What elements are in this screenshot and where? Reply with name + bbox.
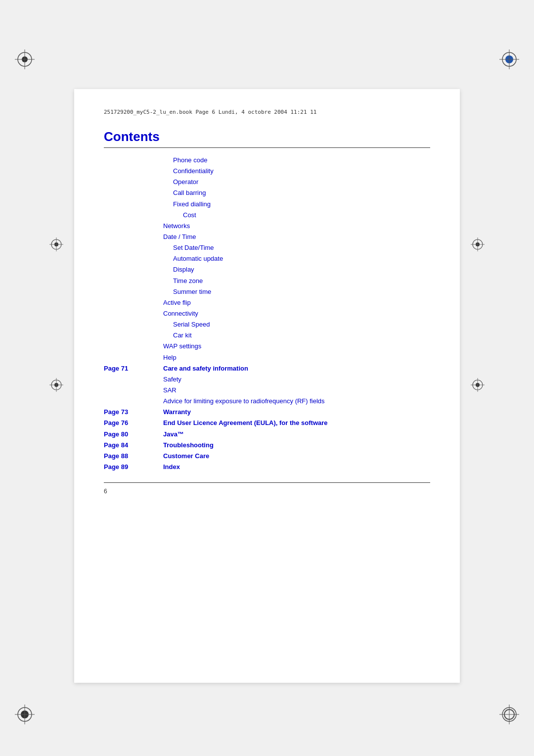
toc-page <box>104 264 163 275</box>
toc-row: Confidentiality <box>104 166 430 177</box>
toc-item: Fixed dialling <box>163 199 430 210</box>
toc-row: Help <box>104 352 430 363</box>
toc-item: Warranty <box>163 407 430 418</box>
toc-row: Advice for limiting exposure to radiofre… <box>104 396 430 407</box>
toc-item: Date / Time <box>163 232 430 242</box>
toc-row: Serial Speed <box>104 319 430 330</box>
toc-item-text: Care and safety information <box>163 364 430 374</box>
toc-item: Set Date/Time <box>163 242 430 253</box>
toc-item: End User Licence Agreement (EULA), for t… <box>163 418 430 428</box>
bottom-divider <box>104 482 430 483</box>
toc-page <box>104 210 163 221</box>
toc-item-text: End User Licence Agreement (EULA), for t… <box>163 418 430 428</box>
toc-row: Page 76End User Licence Agreement (EULA)… <box>104 418 430 428</box>
toc-row: Page 89Index <box>104 462 430 472</box>
toc-item-text: Fixed dialling <box>163 199 430 209</box>
toc-item-text: Active flip <box>163 298 430 308</box>
toc-item: Cost <box>163 210 430 221</box>
toc-row: Car kit <box>104 330 430 341</box>
toc-item-text: Operator <box>163 177 430 187</box>
toc-row: Page 88Customer Care <box>104 451 430 462</box>
toc-page <box>104 242 163 253</box>
toc-row: Call barring <box>104 188 430 198</box>
toc-page: Page 76 <box>104 418 163 428</box>
toc-row: Page 80Java™ <box>104 429 430 440</box>
toc-row: SAR <box>104 385 430 396</box>
toc-item: Confidentiality <box>163 166 430 177</box>
toc-item-text: Java™ <box>163 429 430 439</box>
toc-item: Automatic update <box>163 253 430 264</box>
toc-page <box>104 166 163 177</box>
toc-item-text: Set Date/Time <box>163 243 430 253</box>
toc-page <box>104 177 163 188</box>
toc-page: Page 73 <box>104 407 163 418</box>
toc-page <box>104 253 163 264</box>
toc-row: Page 84Troubleshooting <box>104 440 430 451</box>
side-reg-mark-right-mid <box>471 378 485 394</box>
toc-item: Serial Speed <box>163 319 430 330</box>
toc-page: Page 80 <box>104 429 163 440</box>
outer-reg-mark-tl <box>15 49 35 71</box>
toc-item-text: Car kit <box>163 331 430 340</box>
toc-item: Care and safety information <box>163 363 430 374</box>
toc-item-text: Troubleshooting <box>163 440 430 450</box>
toc-page: Page 84 <box>104 440 163 451</box>
toc-page <box>104 374 163 385</box>
toc-item-text: Automatic update <box>163 254 430 264</box>
outer-reg-mark-bl <box>15 705 35 726</box>
toc-table: Phone codeConfidentialityOperatorCall ba… <box>104 155 430 472</box>
toc-page <box>104 221 163 232</box>
toc-page <box>104 297 163 308</box>
toc-item-text: SAR <box>163 385 430 395</box>
side-reg-mark-left-top <box>49 237 63 253</box>
toc-page <box>104 276 163 286</box>
toc-row: Connectivity <box>104 308 430 319</box>
toc-item: Time zone <box>163 276 430 286</box>
toc-item-text: Cost <box>163 210 430 220</box>
toc-row: Safety <box>104 374 430 385</box>
toc-page: Page 88 <box>104 451 163 462</box>
toc-page <box>104 352 163 363</box>
toc-item-text: WAP settings <box>163 341 430 351</box>
toc-row: Networks <box>104 221 430 232</box>
toc-item-text: Advice for limiting exposure to radiofre… <box>163 396 430 406</box>
toc-page <box>104 308 163 319</box>
toc-item-text: Call barring <box>163 188 430 198</box>
toc-row: Fixed dialling <box>104 199 430 210</box>
toc-item: Phone code <box>163 155 430 166</box>
toc-row: Set Date/Time <box>104 242 430 253</box>
toc-item: Advice for limiting exposure to radiofre… <box>163 396 430 407</box>
toc-item: Help <box>163 352 430 363</box>
toc-row: Page 73Warranty <box>104 407 430 418</box>
toc-item-text: Confidentiality <box>163 166 430 176</box>
toc-page <box>104 155 163 166</box>
toc-item-text: Index <box>163 462 430 472</box>
page-number: 6 <box>104 488 430 495</box>
toc-row: Operator <box>104 177 430 188</box>
toc-item-text: Serial Speed <box>163 320 430 330</box>
toc-item-text: Warranty <box>163 407 430 417</box>
toc-item-text: Date / Time <box>163 232 430 242</box>
title-divider <box>104 147 430 148</box>
toc-item: Active flip <box>163 297 430 308</box>
outer-reg-mark-br <box>499 705 519 726</box>
toc-page <box>104 341 163 352</box>
toc-item: Networks <box>163 221 430 232</box>
toc-page <box>104 396 163 407</box>
contents-title: Contents <box>104 129 430 144</box>
toc-item-text: Networks <box>163 221 430 231</box>
toc-page <box>104 286 163 297</box>
toc-page <box>104 330 163 341</box>
book-page: 251729200_myC5-2_lu_en.book Page 6 Lundi… <box>74 89 460 683</box>
toc-item: Customer Care <box>163 451 430 462</box>
toc-row: Page 71Care and safety information <box>104 363 430 374</box>
toc-row: WAP settings <box>104 341 430 352</box>
toc-item-text: Time zone <box>163 276 430 286</box>
toc-item: SAR <box>163 385 430 396</box>
toc-item: Troubleshooting <box>163 440 430 451</box>
toc-page <box>104 319 163 330</box>
toc-item: Summer time <box>163 286 430 297</box>
file-header: 251729200_myC5-2_lu_en.book Page 6 Lundi… <box>104 109 430 119</box>
toc-row: Automatic update <box>104 253 430 264</box>
toc-item: Car kit <box>163 330 430 341</box>
